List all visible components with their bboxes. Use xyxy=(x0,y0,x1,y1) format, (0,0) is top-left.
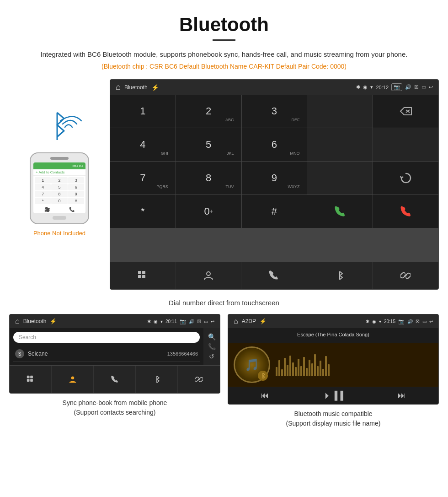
prev-track-button[interactable]: ⏮ xyxy=(261,391,269,400)
phone-home-button[interactable] xyxy=(53,216,66,220)
phonebook-list: Search S Seicane 13566664466 xyxy=(10,328,203,365)
phone-dial-0[interactable]: 0 xyxy=(51,198,67,204)
pb-bottom-icons xyxy=(10,365,220,393)
phone-dial-9[interactable]: 9 xyxy=(68,191,84,197)
svg-rect-10 xyxy=(30,376,33,378)
music-back-icon[interactable]: ↩ xyxy=(429,319,433,324)
music-body: 🎵 xyxy=(228,343,438,387)
music-home-icon[interactable]: ⌂ xyxy=(234,317,238,325)
next-track-button[interactable]: ⏭ xyxy=(398,391,406,400)
contact-phone: 13566664466 xyxy=(167,351,198,357)
screen-icon[interactable]: ☒ xyxy=(414,84,419,90)
bottom-phone-icon[interactable] xyxy=(241,262,307,289)
dial-1[interactable]: 1 xyxy=(110,95,176,128)
bluetooth-waves-icon xyxy=(41,107,82,148)
phonebook-screen: ⌂ Bluetooth ⚡ ✱ ◉ ▾ 20:11 📷 🔊 ☒ ▭ ↩ xyxy=(9,314,220,394)
phone-dial-6[interactable]: 6 xyxy=(68,184,84,190)
music-camera-icon[interactable]: 📷 xyxy=(398,319,405,324)
pb-time: 20:11 xyxy=(165,319,177,324)
svg-rect-3 xyxy=(138,271,141,274)
dial-hash[interactable]: # xyxy=(242,195,307,228)
dial-backspace[interactable] xyxy=(373,95,438,128)
title-underline xyxy=(213,39,235,41)
pb-win-icon[interactable]: ▭ xyxy=(204,319,208,324)
phonebook-statusbar: ⌂ Bluetooth ⚡ ✱ ◉ ▾ 20:11 📷 🔊 ☒ ▭ ↩ xyxy=(10,314,220,328)
bottom-link-icon[interactable] xyxy=(373,262,438,289)
dial-empty-1 xyxy=(307,95,373,128)
dial-3[interactable]: 3DEF xyxy=(242,95,307,128)
phonebook-wrapper: ⌂ Bluetooth ⚡ ✱ ◉ ▾ 20:11 📷 🔊 ☒ ▭ ↩ xyxy=(9,314,220,428)
bottom-grid-icon[interactable] xyxy=(110,262,176,289)
phone-dial-2[interactable]: 2 xyxy=(51,177,67,184)
phone-dial-3[interactable]: 3 xyxy=(68,177,84,184)
phone-dial-5[interactable]: 5 xyxy=(51,184,67,190)
dial-6[interactable]: 6MNO xyxy=(242,128,307,161)
search-bar[interactable]: Search xyxy=(13,332,200,343)
pb-loc-icon: ◉ xyxy=(154,319,158,324)
phone-screen-header: MOTO xyxy=(33,162,85,169)
statusbar-title: Bluetooth xyxy=(124,84,148,91)
phone-speaker xyxy=(50,157,69,160)
dial-2[interactable]: 2ABC xyxy=(176,95,241,128)
bt-status-icon: ✱ xyxy=(356,84,360,90)
music-screen: ⌂ A2DP ⚡ ✱ ◉ ▾ 20:15 📷 🔊 ☒ ▭ ↩ Escape (T… xyxy=(228,314,439,405)
phone-dial-7[interactable]: 7 xyxy=(35,191,51,197)
music-x-icon[interactable]: ☒ xyxy=(416,319,420,324)
svg-rect-6 xyxy=(142,275,145,278)
music-loc-icon: ◉ xyxy=(372,319,376,324)
dial-star[interactable]: * xyxy=(110,195,176,228)
music-content: 🎵 xyxy=(234,346,433,383)
pb-grid-icon[interactable] xyxy=(10,366,52,393)
dial-5[interactable]: 5JKL xyxy=(176,128,241,161)
contact-row[interactable]: S Seicane 13566664466 xyxy=(13,346,200,362)
window-icon[interactable]: ▭ xyxy=(421,84,426,90)
music-vol-icon[interactable]: 🔊 xyxy=(407,319,413,324)
pb-search-icon[interactable]: 🔍 xyxy=(208,333,216,340)
dial-9[interactable]: 9WXYZ xyxy=(242,162,307,194)
page-description: Integrated with BC6 Bluetooth module, su… xyxy=(18,49,430,60)
pb-statusbar-right: ✱ ◉ ▾ 20:11 📷 🔊 ☒ ▭ ↩ xyxy=(147,319,214,324)
music-statusbar: ⌂ A2DP ⚡ ✱ ◉ ▾ 20:15 📷 🔊 ☒ ▭ ↩ xyxy=(228,314,438,328)
dial-0[interactable]: 0+ xyxy=(176,195,241,228)
dial-8[interactable]: 8TUV xyxy=(176,162,241,194)
pb-camera-icon[interactable]: 📷 xyxy=(180,319,186,324)
pb-phone-bottom-icon[interactable] xyxy=(94,366,136,393)
svg-rect-5 xyxy=(138,275,141,278)
pb-link-bottom-icon[interactable] xyxy=(178,366,220,393)
dial-refresh[interactable] xyxy=(373,162,438,194)
dial-call-green[interactable] xyxy=(307,195,373,228)
bottom-icons-row xyxy=(110,261,438,289)
music-visualizer xyxy=(276,353,433,376)
play-pause-button[interactable]: ⏵▐▐ xyxy=(323,391,343,400)
phone-call-icon[interactable]: 📞 xyxy=(69,207,75,212)
pb-bt-bottom-icon[interactable] xyxy=(136,366,178,393)
camera-icon[interactable]: 📷 xyxy=(391,83,402,91)
pb-home-icon[interactable]: ⌂ xyxy=(15,317,20,325)
home-icon[interactable]: ⌂ xyxy=(116,82,121,92)
phone-dial-8[interactable]: 8 xyxy=(51,191,67,197)
pb-refresh-icon[interactable]: ↺ xyxy=(209,353,214,360)
phone-dial-4[interactable]: 4 xyxy=(35,184,51,190)
music-bars xyxy=(276,353,433,376)
phone-dial-1[interactable]: 1 xyxy=(35,177,51,184)
pb-phone-icon[interactable]: 📞 xyxy=(208,343,216,350)
pb-person-icon[interactable] xyxy=(52,366,94,393)
dial-4[interactable]: 4GHI xyxy=(110,128,176,161)
bottom-person-icon[interactable] xyxy=(176,262,242,289)
pb-x-icon[interactable]: ☒ xyxy=(197,319,201,324)
volume-icon[interactable]: 🔊 xyxy=(405,84,411,90)
dial-7[interactable]: 7PQRS xyxy=(110,162,176,194)
music-win-icon[interactable]: ▭ xyxy=(422,319,427,324)
phone-dial-star[interactable]: * xyxy=(35,198,51,204)
location-icon: ◉ xyxy=(363,84,368,90)
pb-bt-icon: ✱ xyxy=(147,319,151,324)
dial-call-red[interactable] xyxy=(373,195,438,228)
phone-dial-hash[interactable]: # xyxy=(68,198,84,204)
phone-video-icon: 🎥 xyxy=(44,207,50,212)
pb-vol-icon[interactable]: 🔊 xyxy=(189,319,194,324)
bottom-bt-icon[interactable] xyxy=(307,262,373,289)
svg-point-13 xyxy=(71,376,74,379)
pb-back-icon[interactable]: ↩ xyxy=(211,319,214,324)
music-album-art: 🎵 xyxy=(234,346,270,383)
back-icon[interactable]: ↩ xyxy=(429,84,433,90)
